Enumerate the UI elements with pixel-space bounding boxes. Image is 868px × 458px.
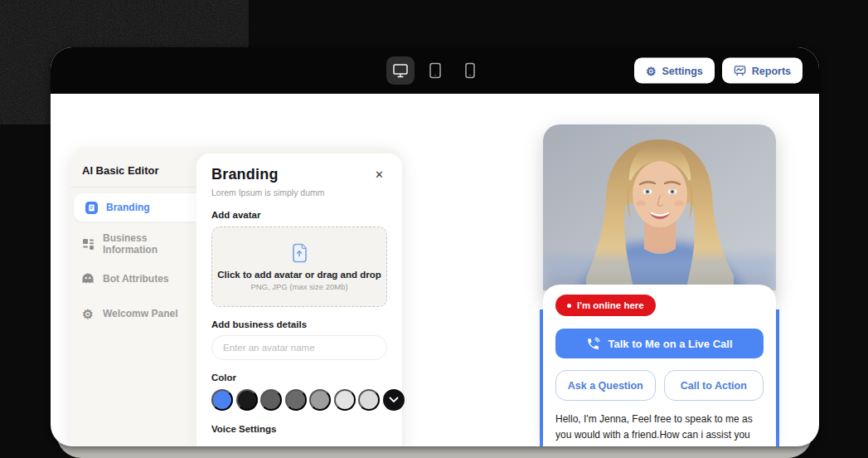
sidebar-item-bot-attributes[interactable]: Bot Attributes xyxy=(70,265,196,293)
chat-card: I'm online here Talk to Me on a Live Cal… xyxy=(543,285,776,446)
settings-label: Settings xyxy=(662,65,702,76)
gear-icon: ⚙ xyxy=(646,65,657,76)
color-swatch[interactable] xyxy=(236,389,258,411)
upload-instruction: Click to add avatar or drag and drop xyxy=(217,270,381,280)
ask-question-button[interactable]: Ask a Question xyxy=(555,370,656,401)
voice-settings-label: Voice Settings xyxy=(211,424,387,434)
bot-greeting-text: Hello, I'm Jenna, Feel free to speak to … xyxy=(555,412,764,446)
business-details-label: Add business details xyxy=(211,319,387,329)
more-colors-button[interactable] xyxy=(383,389,405,411)
file-upload-icon xyxy=(289,242,310,264)
color-swatch[interactable] xyxy=(260,389,282,411)
sidebar-item-label: Bot Attributes xyxy=(103,273,169,285)
sidebar-item-label: Welcomw Panel xyxy=(103,308,177,319)
sidebar-item-business-information[interactable]: Business Information xyxy=(70,230,196,258)
editor-card: AI Basic Editor Branding xyxy=(70,148,402,446)
panel-title: Branding xyxy=(211,166,279,183)
avatar-name-input[interactable] xyxy=(211,335,387,360)
sidebar-item-label: Branding xyxy=(106,202,150,213)
desktop-icon xyxy=(392,63,409,78)
sidebar-item-branding[interactable]: Branding xyxy=(74,193,196,222)
live-call-label: Talk to Me on a Live Call xyxy=(608,338,732,350)
close-icon[interactable]: ✕ xyxy=(371,166,387,183)
sidebar-item-welcome-panel[interactable]: ⚙ Welcomw Panel xyxy=(70,300,196,328)
tablet-view-button[interactable] xyxy=(421,56,449,85)
app-window: ⚙ Settings Reports AI Basic Editor xyxy=(51,47,819,446)
avatar-photo xyxy=(543,124,776,290)
top-bar: ⚙ Settings Reports xyxy=(51,47,819,94)
branding-panel: Branding ✕ Lorem Ipsum is simply dumm Ad… xyxy=(196,153,402,446)
call-to-action-button[interactable]: Call to Action xyxy=(664,370,764,401)
online-status-badge[interactable]: I'm online here xyxy=(555,295,656,316)
online-badge-label: I'm online here xyxy=(577,300,644,310)
avatar-upload-dropzone[interactable]: Click to add avatar or drag and drop PNG… xyxy=(211,227,387,307)
topbar-actions: ⚙ Settings Reports xyxy=(634,58,803,84)
report-chart-icon xyxy=(734,65,746,77)
bot-preview: I'm online here Talk to Me on a Live Cal… xyxy=(543,124,776,446)
desktop-view-button[interactable] xyxy=(386,56,415,85)
document-icon xyxy=(84,200,99,215)
reports-label: Reports xyxy=(752,65,791,76)
online-dot-icon xyxy=(567,304,571,308)
bot-icon xyxy=(80,271,95,286)
device-preview-switcher xyxy=(386,56,484,85)
color-swatch[interactable] xyxy=(358,389,380,411)
phone-call-icon xyxy=(586,337,600,351)
color-label: Color xyxy=(211,373,387,382)
color-swatch[interactable] xyxy=(211,389,233,411)
settings-button[interactable]: ⚙ Settings xyxy=(634,58,715,84)
upload-hint: PNG, JPG (max size 20Mb) xyxy=(250,282,347,291)
chevron-down-icon xyxy=(389,397,399,403)
reports-button[interactable]: Reports xyxy=(722,58,803,84)
panel-subtitle: Lorem Ipsum is simply dumm xyxy=(211,188,387,197)
color-swatch[interactable] xyxy=(309,389,331,411)
editor-sidebar: AI Basic Editor Branding xyxy=(70,148,196,446)
sidebar-title: AI Basic Editor xyxy=(70,148,196,188)
color-swatch[interactable] xyxy=(285,389,307,411)
grid-icon xyxy=(80,236,95,251)
live-call-button[interactable]: Talk to Me on a Live Call xyxy=(555,329,764,358)
tablet-icon xyxy=(429,62,442,79)
add-avatar-label: Add avatar xyxy=(211,210,387,220)
phone-icon xyxy=(464,62,476,79)
sidebar-item-label: Business Information xyxy=(103,232,187,256)
gear-icon: ⚙ xyxy=(80,306,95,321)
phone-view-button[interactable] xyxy=(456,56,484,85)
color-swatch[interactable] xyxy=(334,389,356,411)
color-swatch-row xyxy=(211,389,387,411)
